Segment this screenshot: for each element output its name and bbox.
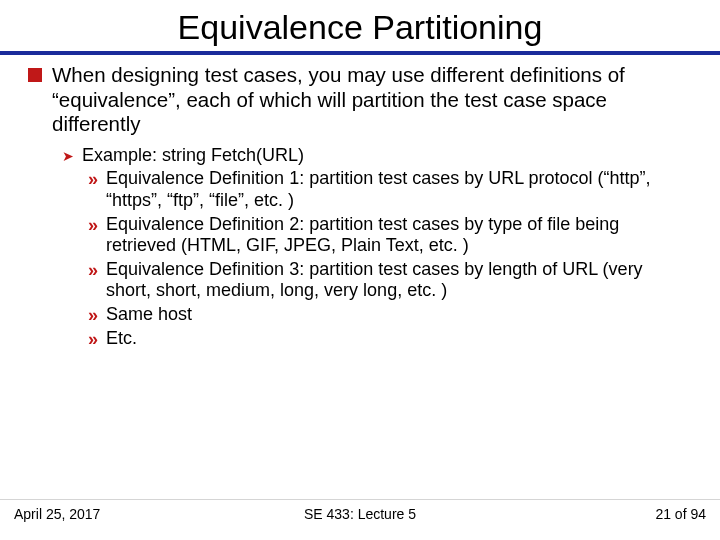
bullet1-text: When designing test cases, you may use d… <box>52 63 692 137</box>
title-rule <box>0 51 720 55</box>
footer-date: April 25, 2017 <box>14 506 100 522</box>
bullet-level2: ➤ Example: string Fetch(URL) <box>62 145 692 167</box>
bullet-level3: » Equivalence Definition 2: partition te… <box>88 214 692 257</box>
raquo-bullet-icon: » <box>88 328 98 350</box>
raquo-bullet-icon: » <box>88 259 98 302</box>
raquo-bullet-icon: » <box>88 168 98 211</box>
def4-text: Same host <box>106 304 192 326</box>
slide-footer: April 25, 2017 SE 433: Lecture 5 21 of 9… <box>0 506 720 522</box>
def3-text: Equivalence Definition 3: partition test… <box>106 259 692 302</box>
bullet-level3: » Equivalence Definition 1: partition te… <box>88 168 692 211</box>
footer-rule <box>0 499 720 500</box>
def2-text: Equivalence Definition 2: partition test… <box>106 214 692 257</box>
slide: Equivalence Partitioning When designing … <box>0 0 720 540</box>
square-bullet-icon <box>28 68 42 82</box>
bullet-level3: » Equivalence Definition 3: partition te… <box>88 259 692 302</box>
bullet-level3: » Same host <box>88 304 692 326</box>
slide-title: Equivalence Partitioning <box>0 0 720 51</box>
raquo-bullet-icon: » <box>88 304 98 326</box>
def5-text: Etc. <box>106 328 137 350</box>
slide-body: When designing test cases, you may use d… <box>0 63 720 350</box>
bullet-level1: When designing test cases, you may use d… <box>28 63 692 137</box>
raquo-bullet-icon: » <box>88 214 98 257</box>
chevron-bullet-icon: ➤ <box>62 146 74 167</box>
footer-course: SE 433: Lecture 5 <box>0 506 720 522</box>
example-label: Example: string Fetch(URL) <box>82 145 304 167</box>
bullet-level3: » Etc. <box>88 328 692 350</box>
def1-text: Equivalence Definition 1: partition test… <box>106 168 692 211</box>
footer-page: 21 of 94 <box>655 506 706 522</box>
